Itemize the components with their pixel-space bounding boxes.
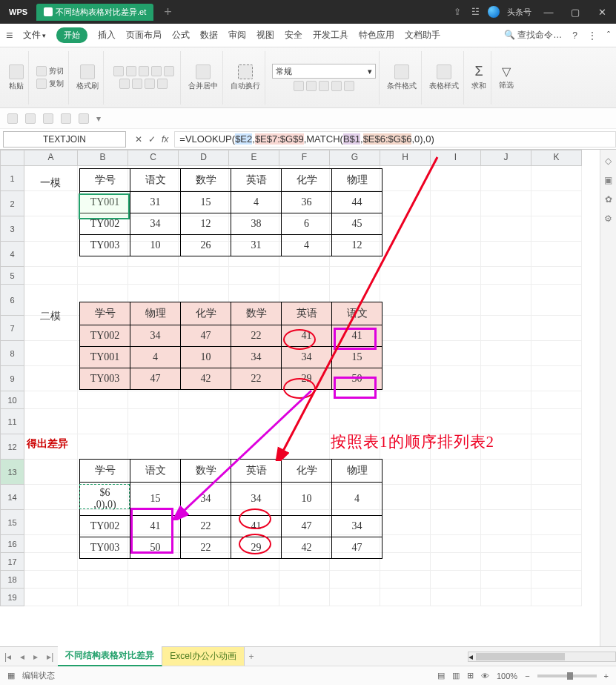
view-layout-icon[interactable]: ▥: [452, 671, 460, 680]
row-header[interactable]: 14: [0, 485, 24, 510]
qa-preview-icon[interactable]: [43, 113, 53, 124]
cell[interactable]: [431, 316, 481, 341]
cell[interactable]: [531, 589, 582, 606]
close-button[interactable]: ✕: [592, 7, 612, 18]
row-header[interactable]: 15: [0, 510, 24, 535]
row-header[interactable]: 2: [0, 191, 24, 216]
sidepanel-item[interactable]: ✿: [605, 194, 612, 205]
cell[interactable]: [531, 166, 582, 191]
search-command[interactable]: 🔍 查找命令…: [504, 29, 562, 42]
cell[interactable]: [380, 571, 431, 589]
cell[interactable]: [24, 553, 78, 571]
cell[interactable]: [380, 242, 431, 267]
cell[interactable]: [531, 409, 582, 434]
row-header[interactable]: 1: [0, 166, 24, 191]
percent-icon[interactable]: [306, 81, 317, 91]
zoom-out-button[interactable]: −: [525, 672, 529, 680]
cell[interactable]: [229, 434, 279, 460]
cell[interactable]: [179, 391, 229, 409]
menu-icon[interactable]: ≡: [6, 29, 13, 42]
cell[interactable]: [24, 510, 78, 535]
formula-input[interactable]: =VLOOKUP($E2,$E$7:$G$9,MATCH(B$1,$E$6:$G…: [174, 131, 616, 148]
cell[interactable]: [481, 409, 531, 434]
cancel-formula-button[interactable]: ✕: [135, 134, 142, 145]
cell[interactable]: [330, 571, 380, 589]
tab-devtools[interactable]: 开发工具: [313, 29, 348, 42]
tab-view[interactable]: 视图: [256, 29, 274, 42]
cell[interactable]: [179, 589, 229, 606]
cell[interactable]: [531, 535, 582, 553]
tab-pagelayout[interactable]: 页面布局: [126, 29, 162, 42]
row-header[interactable]: 17: [0, 553, 24, 571]
cell[interactable]: [431, 589, 481, 606]
indent-inc-icon[interactable]: [164, 66, 174, 76]
cell[interactable]: [481, 485, 531, 510]
row-header[interactable]: 13: [0, 460, 24, 485]
cell[interactable]: [531, 242, 582, 267]
cell[interactable]: [330, 409, 380, 434]
cell[interactable]: [380, 285, 431, 316]
cell[interactable]: [380, 341, 431, 366]
sheet-nav-first[interactable]: |◂: [0, 652, 16, 662]
valign-top-icon[interactable]: [119, 79, 130, 89]
cell[interactable]: [24, 366, 78, 391]
valign-mid-icon[interactable]: [132, 79, 142, 89]
col-header[interactable]: F: [279, 150, 330, 166]
cell[interactable]: [531, 216, 582, 242]
cell[interactable]: [380, 267, 431, 285]
cell[interactable]: [531, 510, 582, 535]
cell[interactable]: [531, 434, 582, 460]
cell[interactable]: [128, 571, 179, 589]
row-header[interactable]: 11: [0, 409, 24, 434]
row-header[interactable]: 16: [0, 535, 24, 553]
cell[interactable]: [380, 535, 431, 553]
sheet-nav-prev[interactable]: ◂: [16, 652, 29, 662]
cell[interactable]: [78, 391, 128, 409]
cell[interactable]: [380, 553, 431, 571]
cell[interactable]: [481, 341, 531, 366]
cell[interactable]: [481, 366, 531, 391]
sheet-area[interactable]: ABCDEFGHIJK 1234567891011121314151617181…: [0, 150, 616, 646]
cell[interactable]: [380, 510, 431, 535]
cell[interactable]: [24, 571, 78, 589]
cell[interactable]: [481, 191, 531, 216]
tab-security[interactable]: 安全: [285, 29, 302, 42]
cell[interactable]: [229, 589, 279, 606]
number-format-select[interactable]: 常规▾: [272, 64, 376, 79]
cell[interactable]: [24, 341, 78, 366]
cell[interactable]: [431, 191, 481, 216]
row-header[interactable]: 6: [0, 285, 24, 316]
tab-start[interactable]: 开始: [56, 27, 87, 43]
col-header[interactable]: B: [78, 150, 128, 166]
col-header[interactable]: K: [531, 150, 582, 166]
format-painter-button[interactable]: 格式刷: [76, 64, 99, 91]
col-header[interactable]: J: [481, 150, 531, 166]
cell[interactable]: [531, 341, 582, 366]
cell[interactable]: [481, 391, 531, 409]
cell[interactable]: [380, 485, 431, 510]
sidepanel-item[interactable]: ◇: [605, 156, 612, 166]
row-header[interactable]: 19: [0, 589, 24, 606]
row-header[interactable]: 9: [0, 366, 24, 391]
cell[interactable]: [128, 434, 179, 460]
cell[interactable]: [481, 510, 531, 535]
cell[interactable]: [531, 460, 582, 485]
new-tab-button[interactable]: +: [158, 4, 178, 20]
cell[interactable]: [330, 589, 380, 606]
cell[interactable]: [431, 460, 481, 485]
more-icon[interactable]: ⋮: [588, 30, 597, 41]
cell[interactable]: [229, 267, 279, 285]
cell[interactable]: [24, 409, 78, 434]
merge-center-button[interactable]: 合并居中: [188, 64, 218, 91]
eye-icon[interactable]: 👁: [481, 672, 489, 680]
document-tab[interactable]: 不同结构表格对比差异.et: [36, 4, 153, 21]
cell[interactable]: [431, 242, 481, 267]
view-normal-icon[interactable]: ▤: [437, 671, 445, 680]
paste-button[interactable]: 粘贴: [9, 64, 24, 91]
row-header[interactable]: 5: [0, 267, 24, 285]
cell[interactable]: [380, 366, 431, 391]
cell[interactable]: [279, 571, 330, 589]
cell[interactable]: [24, 242, 78, 267]
cell[interactable]: [179, 434, 229, 460]
cell[interactable]: [24, 267, 78, 285]
